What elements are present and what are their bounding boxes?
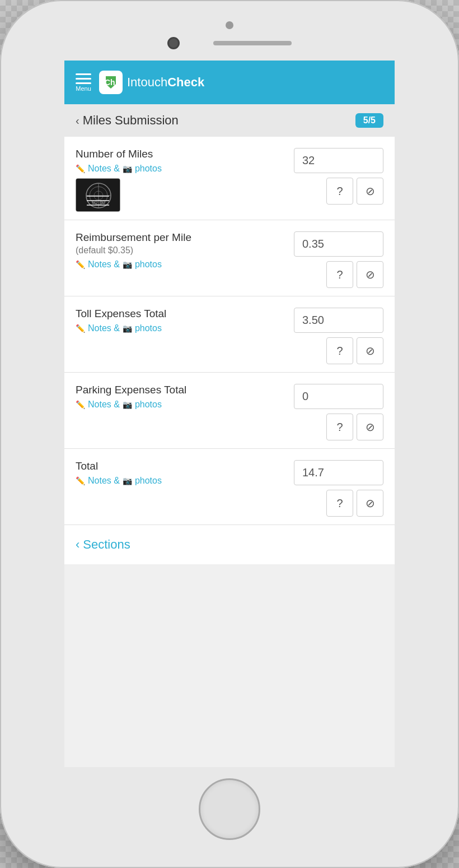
field-toll-expenses: Toll Expenses Total ✏️ Notes & 📷 photos …	[64, 296, 395, 373]
back-button[interactable]: ‹ Miles Submission	[76, 113, 179, 128]
speaker-dot	[226, 21, 233, 29]
svg-text:80: 80	[100, 199, 105, 205]
field-label-parking: Parking Expenses Total	[76, 384, 287, 396]
edit-icon-reimb: ✏️	[76, 260, 85, 269]
form-content: Number of Miles ✏️ Notes & 📷 photos	[64, 137, 395, 564]
help-button-toll[interactable]: ?	[326, 337, 353, 364]
action-btns-parking: ? ⊘	[326, 414, 383, 440]
input-parking[interactable]	[294, 384, 383, 409]
sections-button[interactable]: ‹ Sections	[64, 525, 395, 564]
home-button[interactable]	[199, 778, 260, 840]
camera-icon-parking: 📷	[123, 400, 132, 409]
sections-btn-label: Sections	[83, 537, 130, 552]
edit-icon-toll: ✏️	[76, 324, 85, 333]
svg-text:Ch: Ch	[105, 78, 115, 87]
sections-chevron-icon: ‹	[76, 537, 79, 552]
notes-text-toll: Notes &	[88, 323, 120, 333]
notes-photos-link-reimb[interactable]: ✏️ Notes & 📷 photos	[76, 259, 287, 270]
camera-icon-miles: 📷	[123, 164, 132, 173]
photos-text-total: photos	[135, 476, 162, 486]
field-number-of-miles: Number of Miles ✏️ Notes & 📷 photos	[64, 137, 395, 220]
photo-thumbnail-miles[interactable]: 60 80	[76, 178, 120, 212]
earpiece	[213, 41, 292, 45]
camera-icon-toll: 📷	[123, 324, 132, 333]
field-label-miles: Number of Miles	[76, 148, 287, 160]
clear-button-miles[interactable]: ⊘	[357, 178, 383, 205]
edit-icon-total: ✏️	[76, 476, 85, 485]
back-chevron-icon: ‹	[76, 114, 79, 127]
notes-photos-link-toll[interactable]: ✏️ Notes & 📷 photos	[76, 323, 287, 333]
edit-icon-parking: ✏️	[76, 400, 85, 409]
action-btns-miles: ? ⊘	[326, 178, 383, 205]
camera-icon-total: 📷	[123, 476, 132, 485]
svg-rect-3	[76, 179, 120, 212]
action-btns-reimb: ? ⊘	[326, 261, 383, 288]
action-btns-toll: ? ⊘	[326, 337, 383, 364]
camera-icon-reimb: 📷	[123, 260, 132, 269]
action-btns-total: ? ⊘	[326, 490, 383, 517]
help-button-parking[interactable]: ?	[326, 414, 353, 440]
hamburger-menu[interactable]	[76, 73, 91, 84]
phone-bottom	[0, 767, 459, 868]
front-camera	[167, 37, 180, 49]
edit-icon: ✏️	[76, 164, 85, 173]
logo-area: Ch IntouchCheck	[99, 71, 204, 94]
field-label-total: Total	[76, 460, 287, 472]
field-total: Total ✏️ Notes & 📷 photos ? ⊘	[64, 449, 395, 525]
photos-text-miles: photos	[135, 164, 162, 174]
phone-top-bar	[0, 0, 459, 49]
logo-text: IntouchCheck	[127, 75, 204, 90]
clear-button-toll[interactable]: ⊘	[357, 337, 383, 364]
photos-text-reimb: photos	[135, 259, 162, 270]
clear-button-parking[interactable]: ⊘	[357, 414, 383, 440]
menu-label: Menu	[76, 85, 91, 92]
notes-photos-link-total[interactable]: ✏️ Notes & 📷 photos	[76, 476, 287, 486]
notes-text-reimb: Notes &	[88, 259, 120, 270]
phone-device: Menu Ch IntouchCheck ‹ Miles Submi	[0, 0, 459, 868]
field-parking-expenses: Parking Expenses Total ✏️ Notes & 📷 phot…	[64, 373, 395, 449]
photos-text-parking: photos	[135, 400, 162, 410]
page-badge: 5/5	[355, 113, 383, 128]
input-total[interactable]	[294, 460, 383, 485]
field-label-toll: Toll Expenses Total	[76, 308, 287, 320]
page-nav: ‹ Miles Submission 5/5	[64, 104, 395, 137]
input-toll[interactable]	[294, 308, 383, 333]
clear-button-reimb[interactable]: ⊘	[357, 261, 383, 288]
input-reimbursement[interactable]	[294, 231, 383, 257]
help-button-total[interactable]: ?	[326, 490, 353, 517]
help-button-reimb[interactable]: ?	[326, 261, 353, 288]
logo-icon: Ch	[99, 71, 123, 94]
notes-text-miles: Notes &	[88, 164, 120, 174]
thumbnail-area-miles: 60 80	[76, 178, 287, 212]
app-header: Menu Ch IntouchCheck	[64, 61, 395, 104]
field-reimbursement-per-mile: Reimbursement per Mile (default $0.35) ✏…	[64, 220, 395, 296]
help-button-miles[interactable]: ?	[326, 178, 353, 205]
field-label-reimb: Reimbursement per Mile (default $0.35)	[76, 231, 287, 256]
notes-photos-link-miles[interactable]: ✏️ Notes & 📷 photos	[76, 164, 287, 174]
svg-text:60: 60	[92, 199, 97, 205]
notes-text-total: Notes &	[88, 476, 120, 486]
clear-button-total[interactable]: ⊘	[357, 490, 383, 517]
notes-text-parking: Notes &	[88, 400, 120, 410]
page-title: Miles Submission	[83, 113, 179, 128]
photos-text-toll: photos	[135, 323, 162, 333]
phone-screen: Menu Ch IntouchCheck ‹ Miles Submi	[64, 61, 395, 767]
input-miles[interactable]	[294, 148, 383, 173]
notes-photos-link-parking[interactable]: ✏️ Notes & 📷 photos	[76, 400, 287, 410]
